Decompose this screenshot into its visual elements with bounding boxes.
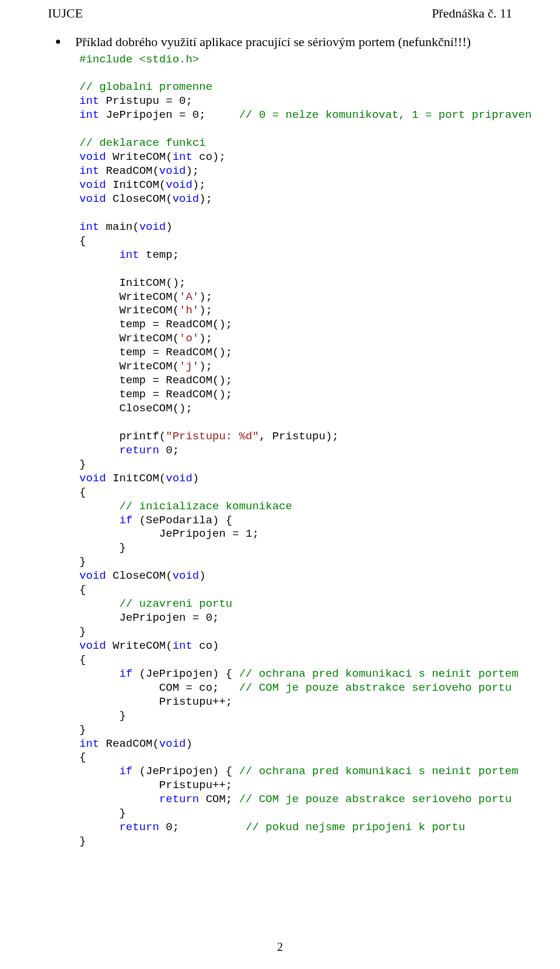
- code-text: ReadCOM(: [99, 165, 159, 177]
- code-text: }: [79, 458, 86, 471]
- code-text: );: [192, 179, 206, 191]
- code-text: {: [79, 486, 86, 499]
- code-text: , Pristupu);: [259, 430, 339, 443]
- code-text: {: [79, 235, 86, 247]
- code-text: 0;: [159, 821, 246, 834]
- code-comment: // uzavreni portu: [79, 597, 232, 610]
- code-text: }: [79, 807, 126, 820]
- code-comment: // globalni promenne: [79, 81, 212, 93]
- code-keyword: if: [79, 765, 132, 778]
- code-text: }: [79, 723, 86, 736]
- bullet-dot-icon: [56, 40, 60, 44]
- bullet-text: Příklad dobrého využití aplikace pracují…: [75, 34, 471, 51]
- code-comment: // ochrana pred komunikaci s neinit port…: [239, 667, 519, 680]
- code-text: WriteCOM(: [106, 151, 173, 163]
- code-keyword: return: [79, 821, 159, 834]
- page-number: 2: [0, 940, 560, 954]
- code-text: WriteCOM(: [79, 332, 179, 345]
- code-text: ): [199, 569, 205, 582]
- code-text: CloseCOM();: [79, 402, 192, 415]
- code-keyword: void: [79, 472, 106, 485]
- code-keyword: void: [159, 165, 186, 177]
- header-left: IUJCE: [48, 6, 83, 21]
- code-text: JePripojen = 0;: [99, 109, 239, 121]
- code-line: #include <stdio.h>: [79, 53, 199, 66]
- code-keyword: int: [79, 165, 99, 177]
- code-block: #include <stdio.h> // globalni promenne …: [79, 53, 513, 849]
- code-text: }: [79, 625, 86, 638]
- code-keyword: int: [79, 95, 99, 107]
- code-keyword: int: [79, 249, 139, 261]
- code-text: InitCOM();: [79, 277, 186, 289]
- code-text: InitCOM(: [106, 472, 166, 485]
- code-text: WriteCOM(: [79, 291, 179, 303]
- code-keyword: return: [79, 444, 159, 457]
- code-comment: // deklarace funkci: [79, 137, 206, 149]
- code-keyword: int: [173, 639, 192, 652]
- code-keyword: void: [79, 639, 106, 652]
- code-string: 'A': [179, 291, 199, 303]
- code-text: JePripojen = 0;: [79, 611, 219, 624]
- code-comment: // inicializace komunikace: [79, 500, 292, 513]
- code-keyword: int: [79, 737, 99, 750]
- code-text: JePripojen = 1;: [79, 527, 259, 540]
- code-text: }: [79, 555, 86, 568]
- code-text: }: [79, 709, 126, 722]
- code-text: {: [79, 653, 86, 666]
- code-comment: // COM je pouze abstrakce serioveho port…: [239, 793, 512, 806]
- code-text: ): [166, 221, 172, 233]
- code-text: Pristupu++;: [79, 695, 232, 708]
- code-text: (JePripojen) {: [132, 667, 239, 680]
- code-text: }: [79, 835, 86, 848]
- code-text: (SePodarila) {: [132, 514, 232, 527]
- code-text: temp = ReadCOM();: [79, 318, 232, 331]
- code-text: co): [192, 639, 219, 652]
- code-text: COM;: [199, 793, 239, 806]
- code-text: temp = ReadCOM();: [79, 346, 232, 359]
- code-text: {: [79, 751, 86, 764]
- code-text: temp = ReadCOM();: [79, 388, 232, 401]
- code-keyword: void: [166, 472, 192, 485]
- bullet-item: Příklad dobrého využití aplikace pracují…: [52, 34, 513, 51]
- code-comment: // COM je pouze abstrakce serioveho port…: [239, 681, 512, 694]
- code-text: WriteCOM(: [106, 639, 173, 652]
- code-string: 'h': [179, 304, 199, 317]
- code-keyword: void: [173, 569, 200, 582]
- code-comment: // 0 = nelze komunikovat, 1 = port pripr…: [239, 109, 532, 121]
- code-string: 'o': [179, 332, 199, 345]
- code-keyword: void: [79, 193, 106, 205]
- code-keyword: void: [173, 193, 200, 205]
- code-comment: // pokud nejsme pripojeni k portu: [246, 821, 465, 834]
- code-keyword: void: [79, 151, 106, 163]
- header-right: Přednáška č. 11: [432, 6, 512, 21]
- code-keyword: void: [79, 569, 106, 582]
- code-comment: // ochrana pred komunikaci s neinit port…: [239, 765, 519, 778]
- code-keyword: int: [79, 221, 99, 233]
- code-text: temp = ReadCOM();: [79, 374, 232, 387]
- code-text: {: [79, 583, 86, 596]
- code-text: ): [186, 737, 192, 750]
- code-keyword: int: [173, 151, 192, 163]
- code-text: WriteCOM(: [79, 360, 179, 373]
- code-text: CloseCOM(: [106, 569, 173, 582]
- code-keyword: void: [159, 737, 186, 750]
- page-header: IUJCE Přednáška č. 11: [47, 6, 513, 21]
- code-keyword: if: [79, 514, 132, 527]
- code-string: 'j': [179, 360, 199, 373]
- code-text: InitCOM(: [106, 179, 166, 191]
- code-text: 0;: [159, 444, 179, 457]
- code-text: );: [199, 360, 212, 373]
- code-keyword: return: [79, 793, 199, 806]
- code-keyword: void: [139, 221, 166, 233]
- code-text: ReadCOM(: [99, 737, 159, 750]
- code-keyword: if: [79, 667, 132, 680]
- code-text: );: [199, 291, 212, 303]
- code-text: );: [186, 165, 199, 177]
- code-text: );: [199, 193, 212, 205]
- code-text: }: [79, 541, 126, 554]
- code-text: printf(: [79, 430, 166, 443]
- code-text: );: [199, 332, 212, 345]
- code-keyword: int: [79, 109, 99, 121]
- code-text: temp;: [139, 249, 179, 261]
- code-text: Pristupu = 0;: [99, 95, 192, 107]
